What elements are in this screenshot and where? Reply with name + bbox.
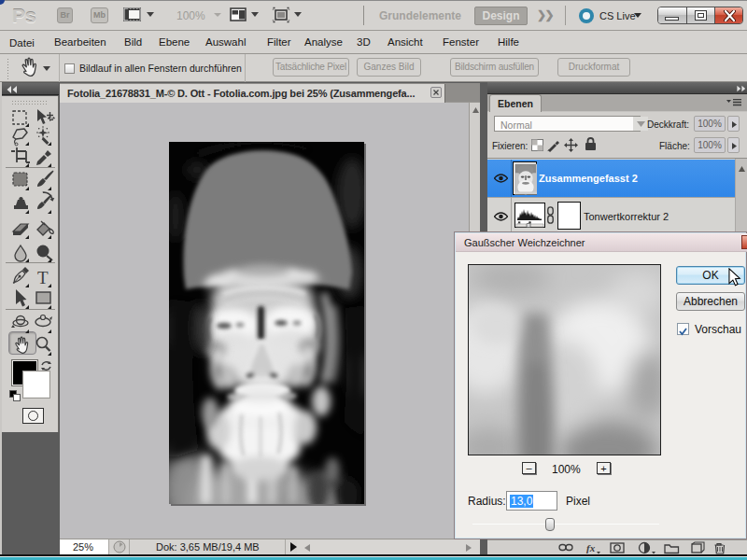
svg-text:fx: fx	[586, 542, 596, 553]
svg-text:T: T	[37, 268, 49, 287]
